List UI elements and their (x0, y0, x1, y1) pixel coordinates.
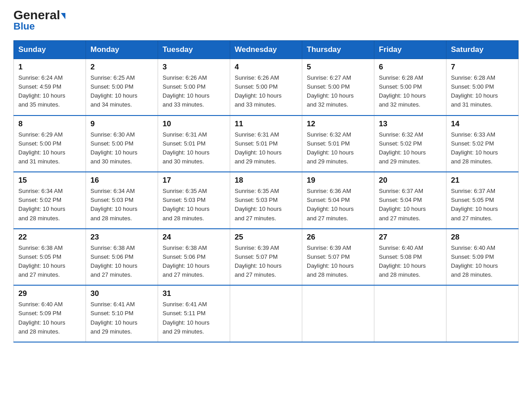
day-cell-29: 29 Sunrise: 6:40 AMSunset: 5:09 PMDaylig… (14, 285, 86, 342)
day-number: 15 (18, 176, 81, 185)
logo-text: General (13, 9, 65, 21)
day-number: 22 (18, 233, 81, 242)
day-number: 26 (307, 233, 369, 242)
day-info: Sunrise: 6:27 AMSunset: 5:00 PMDaylight:… (307, 73, 369, 110)
empty-cell (446, 285, 519, 342)
logo: General Blue (13, 9, 65, 32)
week-row-2: 8 Sunrise: 6:29 AMSunset: 5:00 PMDayligh… (14, 116, 519, 172)
day-cell-25: 25 Sunrise: 6:39 AMSunset: 5:07 PMDaylig… (230, 229, 302, 286)
calendar-header: SundayMondayTuesdayWednesdayThursdayFrid… (14, 41, 519, 59)
day-info: Sunrise: 6:37 AMSunset: 5:04 PMDaylight:… (379, 187, 442, 223)
day-cell-14: 14 Sunrise: 6:33 AMSunset: 5:02 PMDaylig… (446, 116, 519, 172)
day-info: Sunrise: 6:34 AMSunset: 5:02 PMDaylight:… (18, 187, 81, 223)
day-number: 5 (307, 63, 369, 72)
day-number: 30 (90, 289, 153, 298)
day-info: Sunrise: 6:41 AMSunset: 5:11 PMDaylight:… (163, 300, 225, 336)
empty-cell (302, 285, 374, 342)
day-header-tuesday: Tuesday (158, 41, 230, 59)
day-cell-26: 26 Sunrise: 6:39 AMSunset: 5:07 PMDaylig… (302, 229, 374, 286)
day-cell-17: 17 Sunrise: 6:35 AMSunset: 5:03 PMDaylig… (158, 172, 230, 229)
day-cell-23: 23 Sunrise: 6:38 AMSunset: 5:06 PMDaylig… (86, 229, 158, 286)
day-cell-11: 11 Sunrise: 6:31 AMSunset: 5:01 PMDaylig… (230, 116, 302, 172)
day-info: Sunrise: 6:33 AMSunset: 5:02 PMDaylight:… (451, 130, 514, 167)
day-info: Sunrise: 6:32 AMSunset: 5:02 PMDaylight:… (379, 130, 442, 167)
day-cell-30: 30 Sunrise: 6:41 AMSunset: 5:10 PMDaylig… (86, 285, 158, 342)
day-info: Sunrise: 6:31 AMSunset: 5:01 PMDaylight:… (235, 130, 297, 167)
day-info: Sunrise: 6:28 AMSunset: 5:00 PMDaylight:… (379, 73, 442, 110)
day-header-sunday: Sunday (14, 41, 86, 59)
day-header-wednesday: Wednesday (230, 41, 302, 59)
day-number: 23 (90, 233, 153, 242)
day-number: 24 (163, 233, 225, 242)
day-info: Sunrise: 6:28 AMSunset: 5:00 PMDaylight:… (451, 73, 514, 110)
day-info: Sunrise: 6:35 AMSunset: 5:03 PMDaylight:… (163, 187, 225, 223)
day-info: Sunrise: 6:25 AMSunset: 5:00 PMDaylight:… (90, 73, 153, 110)
day-number: 6 (379, 63, 442, 72)
day-number: 2 (90, 63, 153, 72)
day-number: 19 (307, 176, 369, 185)
day-info: Sunrise: 6:35 AMSunset: 5:03 PMDaylight:… (235, 187, 297, 223)
day-info: Sunrise: 6:29 AMSunset: 5:00 PMDaylight:… (18, 130, 81, 167)
day-cell-5: 5 Sunrise: 6:27 AMSunset: 5:00 PMDayligh… (302, 59, 374, 116)
day-info: Sunrise: 6:40 AMSunset: 5:08 PMDaylight:… (379, 244, 442, 280)
day-cell-28: 28 Sunrise: 6:40 AMSunset: 5:09 PMDaylig… (446, 229, 519, 286)
logo-blue-text: Blue (13, 21, 35, 32)
day-number: 3 (163, 63, 225, 72)
day-number: 13 (379, 120, 442, 128)
day-info: Sunrise: 6:39 AMSunset: 5:07 PMDaylight:… (235, 244, 297, 280)
day-info: Sunrise: 6:30 AMSunset: 5:00 PMDaylight:… (90, 130, 153, 167)
empty-cell (230, 285, 302, 342)
day-number: 27 (379, 233, 442, 242)
logo-triangle-icon (61, 13, 65, 19)
day-info: Sunrise: 6:26 AMSunset: 5:00 PMDaylight:… (235, 73, 297, 110)
day-number: 16 (90, 176, 153, 185)
day-cell-13: 13 Sunrise: 6:32 AMSunset: 5:02 PMDaylig… (374, 116, 446, 172)
day-header-monday: Monday (86, 41, 158, 59)
day-cell-10: 10 Sunrise: 6:31 AMSunset: 5:01 PMDaylig… (158, 116, 230, 172)
day-info: Sunrise: 6:26 AMSunset: 5:00 PMDaylight:… (163, 73, 225, 110)
day-cell-12: 12 Sunrise: 6:32 AMSunset: 5:01 PMDaylig… (302, 116, 374, 172)
day-cell-20: 20 Sunrise: 6:37 AMSunset: 5:04 PMDaylig… (374, 172, 446, 229)
week-row-3: 15 Sunrise: 6:34 AMSunset: 5:02 PMDaylig… (14, 172, 519, 229)
day-cell-15: 15 Sunrise: 6:34 AMSunset: 5:02 PMDaylig… (14, 172, 86, 229)
day-number: 28 (451, 233, 514, 242)
day-number: 25 (235, 233, 297, 242)
calendar-table: SundayMondayTuesdayWednesdayThursdayFrid… (13, 40, 519, 342)
day-info: Sunrise: 6:40 AMSunset: 5:09 PMDaylight:… (451, 244, 514, 280)
empty-cell (374, 285, 446, 342)
day-info: Sunrise: 6:38 AMSunset: 5:06 PMDaylight:… (90, 244, 153, 280)
day-number: 18 (235, 176, 297, 185)
day-info: Sunrise: 6:31 AMSunset: 5:01 PMDaylight:… (163, 130, 225, 167)
day-number: 31 (163, 289, 225, 298)
day-cell-8: 8 Sunrise: 6:29 AMSunset: 5:00 PMDayligh… (14, 116, 86, 172)
day-header-saturday: Saturday (446, 41, 519, 59)
day-info: Sunrise: 6:39 AMSunset: 5:07 PMDaylight:… (307, 244, 369, 280)
day-number: 17 (163, 176, 225, 185)
header: General Blue (13, 9, 519, 32)
day-number: 11 (235, 120, 297, 128)
day-header-friday: Friday (374, 41, 446, 59)
day-cell-24: 24 Sunrise: 6:38 AMSunset: 5:06 PMDaylig… (158, 229, 230, 286)
day-cell-7: 7 Sunrise: 6:28 AMSunset: 5:00 PMDayligh… (446, 59, 519, 116)
day-cell-19: 19 Sunrise: 6:36 AMSunset: 5:04 PMDaylig… (302, 172, 374, 229)
day-cell-6: 6 Sunrise: 6:28 AMSunset: 5:00 PMDayligh… (374, 59, 446, 116)
day-cell-21: 21 Sunrise: 6:37 AMSunset: 5:05 PMDaylig… (446, 172, 519, 229)
day-cell-1: 1 Sunrise: 6:24 AMSunset: 4:59 PMDayligh… (14, 59, 86, 116)
day-cell-18: 18 Sunrise: 6:35 AMSunset: 5:03 PMDaylig… (230, 172, 302, 229)
day-info: Sunrise: 6:34 AMSunset: 5:03 PMDaylight:… (90, 187, 153, 223)
day-info: Sunrise: 6:37 AMSunset: 5:05 PMDaylight:… (451, 187, 514, 223)
day-number: 7 (451, 63, 514, 72)
day-header-thursday: Thursday (302, 41, 374, 59)
day-info: Sunrise: 6:24 AMSunset: 4:59 PMDaylight:… (18, 73, 81, 110)
day-number: 8 (18, 120, 81, 128)
week-row-1: 1 Sunrise: 6:24 AMSunset: 4:59 PMDayligh… (14, 59, 519, 116)
week-row-4: 22 Sunrise: 6:38 AMSunset: 5:05 PMDaylig… (14, 229, 519, 286)
day-info: Sunrise: 6:40 AMSunset: 5:09 PMDaylight:… (18, 300, 81, 336)
day-cell-22: 22 Sunrise: 6:38 AMSunset: 5:05 PMDaylig… (14, 229, 86, 286)
week-row-5: 29 Sunrise: 6:40 AMSunset: 5:09 PMDaylig… (14, 285, 519, 342)
day-cell-3: 3 Sunrise: 6:26 AMSunset: 5:00 PMDayligh… (158, 59, 230, 116)
day-number: 21 (451, 176, 514, 185)
day-cell-4: 4 Sunrise: 6:26 AMSunset: 5:00 PMDayligh… (230, 59, 302, 116)
day-info: Sunrise: 6:38 AMSunset: 5:05 PMDaylight:… (18, 244, 81, 280)
day-number: 9 (90, 120, 153, 128)
